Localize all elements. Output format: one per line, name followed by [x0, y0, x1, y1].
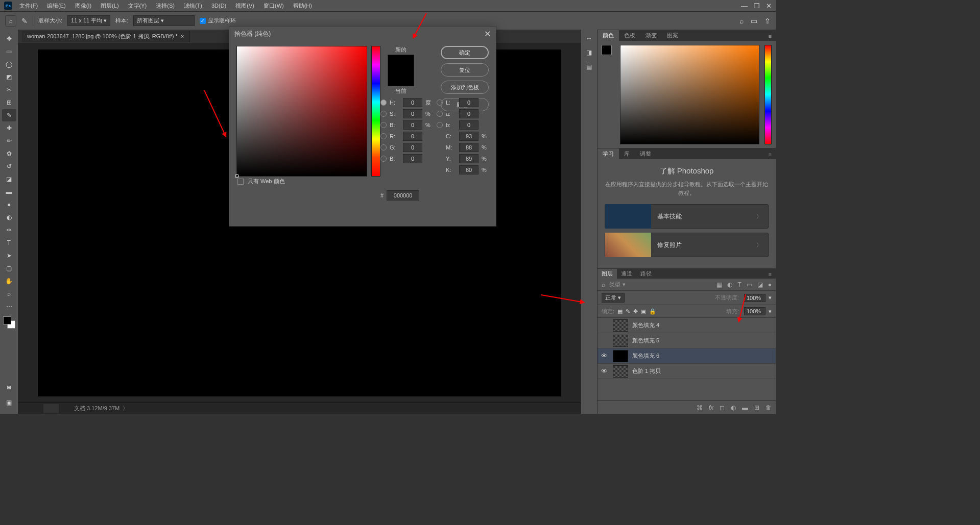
h-input[interactable]: 0 [403, 98, 422, 107]
panel-menu-icon[interactable]: ≡ [763, 32, 776, 41]
g-input[interactable]: 0 [403, 143, 422, 152]
panel-menu-icon[interactable]: ≡ [764, 270, 776, 279]
group-icon[interactable]: ▬ [742, 404, 748, 411]
path-select-tool-icon[interactable]: ➤ [2, 249, 16, 262]
search-icon[interactable]: ⌕ [739, 17, 744, 25]
reset-button[interactable]: 复位 [441, 63, 489, 77]
clone-tool-icon[interactable]: ✿ [2, 147, 16, 160]
m-input[interactable]: 88 [459, 143, 479, 152]
tab-layers[interactable]: 图层 [597, 269, 617, 279]
history-panel-icon[interactable]: ↔ [586, 35, 592, 42]
quick-select-tool-icon[interactable]: ◩ [2, 71, 16, 83]
visibility-toggle[interactable]: 👁 [600, 367, 609, 375]
brush-tool-icon[interactable]: ✏ [2, 135, 16, 147]
learn-card-retouch[interactable]: 修复照片 〉 [605, 233, 769, 257]
filter-adjust-icon[interactable]: ◐ [727, 281, 732, 288]
fill-input[interactable]: 100% [744, 307, 766, 315]
menu-layer[interactable]: 图层(L) [97, 1, 123, 11]
tab-color[interactable]: 颜色 [597, 30, 619, 41]
lock-pos-icon[interactable]: ✥ [633, 308, 638, 315]
r-input[interactable]: 0 [403, 132, 422, 141]
lock-all-icon[interactable]: 🔒 [649, 308, 656, 315]
layer-item[interactable]: 👁 颜色填充 6 [597, 348, 776, 364]
menu-select[interactable]: 选择(S) [152, 1, 179, 11]
blend-mode-select[interactable]: 正常 ▾ [602, 293, 625, 303]
visibility-toggle[interactable]: 👁 [600, 352, 609, 360]
close-icon[interactable]: ✕ [484, 29, 491, 39]
fg-color[interactable] [3, 316, 11, 324]
layer-item[interactable]: 👁 色阶 1 拷贝 [597, 364, 776, 379]
move-tool-icon[interactable]: ✥ [2, 33, 16, 45]
adjustment-icon[interactable]: ◐ [731, 404, 736, 411]
history-brush-tool-icon[interactable]: ↺ [2, 160, 16, 172]
lock-trans-icon[interactable]: ▦ [617, 308, 623, 315]
blur-tool-icon[interactable]: ● [2, 198, 16, 211]
menu-file[interactable]: 文件(F) [15, 1, 42, 11]
tab-channels[interactable]: 通道 [617, 269, 636, 279]
radio-b[interactable] [380, 122, 387, 128]
opacity-input[interactable]: 100% [744, 294, 766, 302]
healing-tool-icon[interactable]: ✚ [2, 122, 16, 134]
hue-slider[interactable] [371, 46, 380, 177]
layer-item[interactable]: 颜色填充 5 [597, 333, 776, 348]
menu-3d[interactable]: 3D(D) [207, 2, 230, 10]
window-close-icon[interactable]: ✕ [766, 2, 772, 10]
menu-edit[interactable]: 编辑(E) [43, 1, 70, 11]
mask-icon[interactable]: ◻ [720, 404, 725, 411]
close-tab-icon[interactable]: × [181, 33, 184, 39]
panel-menu-icon[interactable]: ≡ [763, 150, 776, 159]
y-input[interactable]: 89 [459, 154, 479, 163]
layer-item[interactable]: 颜色填充 4 [597, 318, 776, 333]
b-input[interactable]: 0 [403, 120, 422, 130]
quickmask-icon[interactable]: ◙ [2, 381, 16, 393]
ok-button[interactable]: 确定 [441, 46, 489, 59]
tab-libraries[interactable]: 库 [619, 148, 635, 159]
eyedropper-tool-icon[interactable]: ✎ [2, 109, 16, 121]
web-only-checkbox[interactable] [237, 179, 244, 185]
k-input[interactable]: 80 [459, 165, 479, 174]
workspace-icon[interactable]: ▭ [751, 17, 757, 25]
dialog-titlebar[interactable]: 拾色器 (纯色) ✕ [229, 27, 496, 41]
tab-patterns[interactable]: 图案 [662, 30, 683, 41]
radio-s[interactable] [380, 111, 387, 117]
gradient-tool-icon[interactable]: ▬ [2, 186, 16, 198]
window-minimize-icon[interactable]: — [741, 2, 748, 10]
link-icon[interactable]: ⌘ [697, 404, 703, 411]
hex-input[interactable]: 000000 [387, 190, 419, 201]
menu-filter[interactable]: 滤镜(T) [180, 1, 206, 11]
tab-learn[interactable]: 学习 [597, 148, 619, 159]
menu-window[interactable]: 窗口(W) [259, 1, 288, 11]
color-swatch[interactable] [3, 316, 15, 329]
menu-help[interactable]: 帮助(H) [289, 1, 316, 11]
menu-type[interactable]: 文字(Y) [124, 1, 151, 11]
filter-type-icon[interactable]: T [737, 281, 741, 288]
more-tool-icon[interactable]: ⋯ [2, 301, 16, 313]
radio-r[interactable] [380, 133, 387, 139]
color-field[interactable] [620, 45, 759, 144]
radio-bl[interactable] [380, 156, 387, 162]
frame-tool-icon[interactable]: ⊞ [2, 96, 16, 109]
home-icon[interactable]: ⌂ [5, 15, 16, 27]
share-icon[interactable]: ⇪ [764, 17, 771, 25]
properties-panel-icon[interactable]: ▤ [586, 63, 592, 70]
show-ring-checkbox[interactable]: ✓显示取样环 [200, 17, 236, 24]
sample-size-select[interactable]: 11 x 11 平均 ▾ [67, 15, 110, 26]
filter-smart-icon[interactable]: ◪ [757, 281, 763, 288]
window-maximize-icon[interactable]: ❐ [754, 2, 760, 10]
s-input[interactable]: 0 [403, 109, 422, 118]
color-panel-fg[interactable] [602, 45, 612, 55]
tab-swatches[interactable]: 色板 [619, 30, 640, 41]
filter-image-icon[interactable]: ▦ [716, 281, 722, 288]
l-input[interactable]: 0 [459, 98, 479, 107]
hand-tool-icon[interactable]: ✋ [2, 275, 16, 287]
pen-tool-icon[interactable]: ✑ [2, 224, 16, 236]
new-layer-icon[interactable]: ⊞ [754, 404, 759, 411]
sample-select[interactable]: 所有图层 ▾ [133, 15, 195, 26]
tab-adjustments[interactable]: 调整 [635, 148, 656, 159]
a-input[interactable]: 0 [459, 109, 479, 118]
screenmode-icon[interactable]: ▣ [2, 396, 16, 409]
document-tab[interactable]: woman-2003647_1280.jpg @ 100% (色阶 1 拷贝, … [22, 31, 189, 42]
crop-tool-icon[interactable]: ✂ [2, 84, 16, 96]
learn-card-basics[interactable]: 基本技能 〉 [605, 204, 769, 229]
radio-a[interactable] [437, 111, 443, 117]
